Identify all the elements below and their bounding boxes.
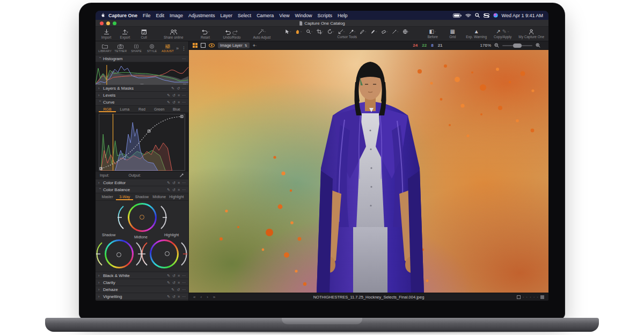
tab-library[interactable]: LIBRARY [98,44,112,53]
share-online-button[interactable]: Share online [164,29,184,39]
shadow-saturation-slider[interactable] [96,242,103,266]
pan-tool-button[interactable]: › [295,29,302,34]
color-tag-icon[interactable] [517,295,521,299]
zoom-slider[interactable] [502,45,532,46]
cb-tab-highlight[interactable]: Highlight [168,193,185,200]
color-editor-edit-icon[interactable]: ✎ [167,181,170,185]
curve-tab-green[interactable]: Green [151,106,168,112]
minimize-window-button[interactable] [106,21,110,25]
tab-adjust[interactable]: ADJUST [160,44,175,53]
clarity-reset-icon[interactable]: ↺ [172,281,175,285]
rating-dot-2[interactable]: · [526,295,528,300]
cb-tab-shadow[interactable]: Shadow [133,193,150,200]
proof-view-icon[interactable] [209,43,215,48]
curve-edit-icon[interactable]: ✎ [167,100,170,104]
menu-item-scripts[interactable]: Scripts [315,13,335,18]
zoom-slider-thumb[interactable] [513,43,522,48]
levels-more-icon[interactable]: ⋯ [182,93,186,97]
curve-tab-blue[interactable]: Blue [168,106,185,112]
panel-header-black-white[interactable]: › Black & White ✎ ↺ ≡ ⋯ [96,272,188,279]
cb-tab-master[interactable]: Master [99,193,116,200]
dehaze-reset-icon[interactable]: ↺ [177,288,180,292]
midtone-wheel-marker[interactable] [140,215,144,220]
layer-select[interactable]: Image Layer ⇅ [218,42,250,48]
clarity-presets-icon[interactable]: ≡ [178,281,180,285]
panel-header-histogram[interactable]: › Histogram ⋯ [96,55,188,62]
panel-header-curve[interactable]: › Curve ✎ ↺ ≡ ⋯ [96,99,188,106]
panel-header-vignetting[interactable]: › Vignetting ✎ ↺ ≡ ⋯ [96,293,188,300]
shadow-wheel-marker[interactable] [116,252,121,257]
layers-reset-icon[interactable]: ↺ [177,86,180,90]
nav-first-icon[interactable]: « [193,295,195,300]
single-view-icon[interactable] [201,43,206,48]
nav-next-icon[interactable]: › [207,295,208,300]
menu-item-layer[interactable]: Layer [218,13,236,18]
midtone-saturation-slider[interactable] [117,205,125,230]
rating-dot-1[interactable]: · [523,295,524,300]
curve-chart[interactable] [96,113,188,172]
zoom-out-icon[interactable] [494,43,499,48]
reset-button[interactable]: › Reset [199,29,212,39]
curve-more-icon[interactable]: ⋯ [182,100,186,104]
tab-style[interactable]: STYLE [145,44,159,53]
vignetting-presets-icon[interactable]: ≡ [178,295,180,298]
menu-item-file[interactable]: File [140,13,153,18]
search-icon[interactable] [475,13,480,18]
curve-tab-red[interactable]: Red [133,106,150,112]
histogram-more-icon[interactable]: ⋯ [182,57,186,61]
tab-options-icon[interactable]: ⋮ [181,46,186,51]
before-button[interactable]: ◧ › Before [426,29,439,39]
my-capture-one-button[interactable]: My Capture One [518,29,544,39]
highlight-lightness-slider[interactable] [180,242,188,266]
layers-edit-icon[interactable]: ✎ [171,86,174,90]
highlight-saturation-slider[interactable] [141,242,148,266]
zoom-level[interactable]: 176% [480,43,491,48]
curve-reset-icon[interactable]: ↺ [172,100,175,104]
dehaze-more-icon[interactable]: ⋯ [182,288,186,292]
color-editor-reset-icon[interactable]: ↺ [172,181,175,185]
panel-header-color-balance[interactable]: › Color Balance ✎ ↺ ≡ ⋯ [96,186,188,193]
menu-item-help[interactable]: Help [335,13,350,18]
erase-mask-tool-button[interactable]: › [381,29,388,34]
color-editor-presets-icon[interactable]: ≡ [178,181,180,185]
midtone-wheel[interactable] [128,203,157,232]
color-balance-more-icon[interactable]: ⋯ [182,188,186,192]
menu-item-window[interactable]: Window [292,13,315,18]
tab-shape[interactable]: SHAPE [129,44,143,53]
add-layer-button[interactable]: + › [253,43,257,48]
rating-dot-5[interactable]: · [537,295,538,300]
magic-brush-tool-button[interactable]: › [370,29,377,34]
levels-presets-icon[interactable]: ≡ [178,93,180,97]
curve-tab-luma[interactable]: Luma [116,106,133,112]
vignetting-reset-icon[interactable]: ↺ [172,295,175,298]
cb-tab-3way[interactable]: 3-Way [116,193,133,200]
loupe-tool-button[interactable]: › [306,29,313,34]
nav-prev-icon[interactable]: ‹ [200,295,202,300]
menu-item-camera[interactable]: Camera [254,13,276,18]
midtone-lightness-slider[interactable] [160,205,167,230]
undo-redo-button[interactable]: Undo/Redo [223,29,241,39]
color-editor-more-icon[interactable]: ⋯ [182,181,186,185]
bw-reset-icon[interactable]: ↺ [172,274,175,278]
color-balance-reset-icon[interactable]: ↺ [172,188,175,192]
exposure-warning-button[interactable]: ▲ Exp. Warning [466,29,487,39]
tab-tether[interactable]: TETHER [113,44,128,53]
straighten-tool-button[interactable]: › [338,29,345,34]
siri-icon[interactable] [493,13,498,18]
rating-dot-3[interactable]: · [530,295,531,300]
cull-button[interactable]: Cull [137,29,150,39]
export-button[interactable]: Export [119,29,131,39]
rating-dot-4[interactable]: · [533,295,535,300]
shadow-wheel[interactable] [105,239,134,268]
vignetting-edit-icon[interactable]: ✎ [167,295,170,298]
close-window-button[interactable] [100,21,104,25]
menu-item-select[interactable]: Select [235,13,254,18]
color-balance-edit-icon[interactable]: ✎ [167,188,170,192]
menu-item-image[interactable]: Image [167,13,186,18]
dehaze-edit-icon[interactable]: ✎ [171,288,174,292]
panel-header-clarity[interactable]: › Clarity ✎ ↺ ≡ ⋯ [96,279,188,286]
select-tool-button[interactable]: › [284,29,291,34]
eyedropper-tool-button[interactable]: › [349,29,356,34]
import-button[interactable]: Import [100,29,113,39]
clarity-more-icon[interactable]: ⋯ [182,281,186,285]
